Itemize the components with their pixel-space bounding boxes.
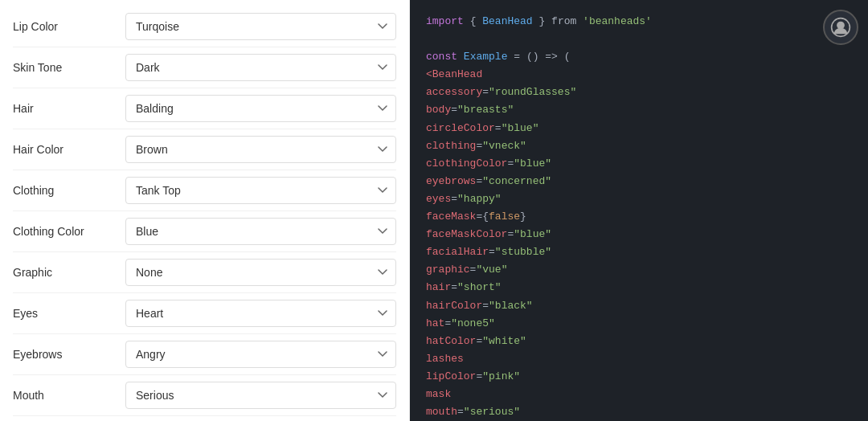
form-row: Hair ColorBrownBlackBlondeRedWhite [13, 129, 396, 170]
select-hair-color[interactable]: BrownBlackBlondeRedWhite [125, 136, 396, 163]
form-label-clothing: Clothing [13, 184, 125, 197]
form-label-lip-color: Lip Color [13, 20, 125, 33]
form-row: MouthSeriousHappySadOpen [13, 375, 396, 416]
form-label-hair: Hair [13, 102, 125, 115]
form-row: ClothingTank TopVneckShirtDress [13, 170, 396, 211]
select-skin-tone[interactable]: DarkLightMediumPale [125, 54, 396, 81]
form-label-skin-tone: Skin Tone [13, 61, 125, 74]
form-row: Skin ToneDarkLightMediumPale [13, 47, 396, 88]
form-row: GraphicNoneVueReactGatsby [13, 252, 396, 293]
select-hair[interactable]: BaldingShortLongCurlyBun [125, 95, 396, 122]
form-label-mouth: Mouth [13, 389, 125, 402]
select-lip-color[interactable]: TurqoisePinkRedPurpleBlue [125, 13, 396, 40]
select-clothing-color[interactable]: BlueRedGreenBlackWhite [125, 218, 396, 245]
form-label-eyes: Eyes [13, 307, 125, 320]
form-label-eyebrows: Eyebrows [13, 348, 125, 361]
form-row: EyebrowsAngryConcernedDefaultRaised [13, 334, 396, 375]
form-row: Clothing ColorBlueRedGreenBlackWhite [13, 211, 396, 252]
form-panel: Lip ColorTurqoisePinkRedPurpleBlueSkin T… [0, 0, 410, 421]
form-row: Facial HairNone 2StubbleBeardMustache [13, 416, 396, 421]
code-panel: import { BeanHead } from 'beanheads'cons… [410, 0, 868, 421]
form-label-hair-color: Hair Color [13, 143, 125, 156]
form-label-clothing-color: Clothing Color [13, 225, 125, 238]
select-graphic[interactable]: NoneVueReactGatsby [125, 259, 396, 286]
code-display: import { BeanHead } from 'beanheads'cons… [426, 13, 852, 421]
form-row: Lip ColorTurqoisePinkRedPurpleBlue [13, 6, 396, 47]
select-mouth[interactable]: SeriousHappySadOpen [125, 382, 396, 409]
select-eyes[interactable]: HeartHappySadWinkSquint [125, 300, 396, 327]
select-clothing[interactable]: Tank TopVneckShirtDress [125, 177, 396, 204]
form-row: HairBaldingShortLongCurlyBun [13, 88, 396, 129]
form-row: EyesHeartHappySadWinkSquint [13, 293, 396, 334]
select-eyebrows[interactable]: AngryConcernedDefaultRaised [125, 341, 396, 368]
beanhead-icon[interactable] [823, 10, 858, 45]
form-label-graphic: Graphic [13, 266, 125, 279]
